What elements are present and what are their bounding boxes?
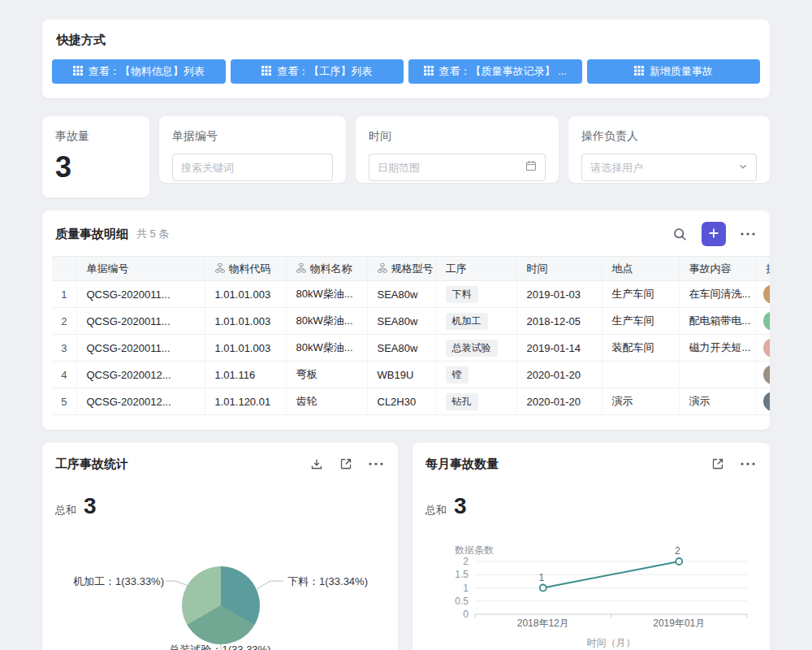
table-row[interactable]: 5QCSG-2020012...1.01.120.01齿轮CL2H30钻孔202… <box>52 388 770 415</box>
user-select[interactable] <box>581 154 757 181</box>
line-card-icons <box>710 456 757 472</box>
pie-label-blanking: 下料：1(33.34%) <box>287 574 368 589</box>
shortcuts-title: 快捷方式 <box>57 32 755 48</box>
process-tag: 下料 <box>446 286 478 303</box>
download-icon[interactable] <box>309 456 325 472</box>
column-header: 时间 <box>516 257 602 281</box>
hierarchy-icon <box>378 263 387 275</box>
operator-label: 操作负责人 <box>581 129 757 144</box>
grid-icon <box>424 66 434 78</box>
shortcut-label: 查看：【物料信息】列表 <box>89 64 205 79</box>
cell-material-name: 弯板 <box>286 362 367 388</box>
incident-table-scroll[interactable]: 单据编号物料代码物料名称规格型号工序时间地点事故内容操作负责人 1QCSG-20… <box>52 256 770 415</box>
svg-text:2: 2 <box>675 545 680 557</box>
more-icon[interactable] <box>367 461 385 467</box>
cell-material-code: 1.01.01.003 <box>205 335 286 362</box>
charts-row: 工序事故统计 总和 3 机加工：1(33.33%) 下料：1(33.34%) 总… <box>42 443 770 650</box>
svg-text:1: 1 <box>538 572 544 583</box>
doc-number-label: 单据编号 <box>172 129 333 144</box>
shortcut-label: 查看：【工序】列表 <box>277 64 372 79</box>
table-row[interactable]: 2QCSG-2020011...1.01.01.00380kW柴油...SEA8… <box>52 308 770 335</box>
row-index: 5 <box>52 388 76 415</box>
cell-owner <box>756 335 770 362</box>
shortcuts-card: 快捷方式 查看：【物料信息】列表 查看：【工序】列表 查看：【质量事故记录】 .… <box>42 20 770 98</box>
table-header-bar: 质量事故明细 共 5 条 <box>42 222 770 256</box>
cell-owner <box>756 281 770 308</box>
shortcut-label: 新增质量事故 <box>650 64 713 79</box>
incident-count-label: 事故量 <box>55 129 136 144</box>
cell-place: 演示 <box>602 388 679 415</box>
time-filter-card: 时间 <box>356 116 559 183</box>
shortcut-view-material-list[interactable]: 查看：【物料信息】列表 <box>52 59 226 84</box>
column-header: 规格型号 <box>367 257 435 281</box>
hierarchy-icon <box>215 263 225 275</box>
doc-number-search-input[interactable] <box>181 162 324 174</box>
cell-process: 机加工 <box>435 308 516 335</box>
cell-material-name: 齿轮 <box>286 388 367 415</box>
cell-material-code: 1.01.120.01 <box>205 388 286 415</box>
external-link-icon[interactable] <box>338 456 354 472</box>
shortcut-view-incident-records[interactable]: 查看：【质量事故记录】 ... <box>408 59 582 84</box>
more-icon[interactable] <box>739 461 757 467</box>
cell-spec: SEA80w <box>367 281 435 308</box>
cell-material-name: 80kW柴油... <box>286 281 367 308</box>
table-row[interactable]: 1QCSG-2020011...1.01.01.00380kW柴油...SEA8… <box>52 281 770 308</box>
pie-card-icons <box>309 456 385 472</box>
pie-total-value: 3 <box>84 493 97 519</box>
shortcut-view-process-list[interactable]: 查看：【工序】列表 <box>231 59 404 84</box>
cell-doc-number: QCSG-2020011... <box>76 335 205 362</box>
search-icon[interactable] <box>672 226 689 243</box>
column-header: 单据编号 <box>76 257 205 281</box>
cell-place: 生产车间 <box>602 281 679 308</box>
cell-doc-number: QCSG-2020011... <box>76 281 205 308</box>
date-range-field[interactable] <box>369 154 546 181</box>
table-row[interactable]: 4QCSG-2020012...1.01.116弯板WB19U镗2020-01-… <box>52 362 770 388</box>
incident-count-value: 3 <box>55 150 136 184</box>
process-tag: 钻孔 <box>446 393 478 410</box>
incident-table-card: 质量事故明细 共 5 条 单据编号物料代码物料名称规格型号工序时间地点事故内容操… <box>42 210 770 430</box>
line-card-title: 每月事故数量 <box>425 457 499 472</box>
svg-text:2: 2 <box>463 556 469 567</box>
row-index: 1 <box>52 281 76 308</box>
svg-text:1.5: 1.5 <box>455 569 469 580</box>
cell-process: 总装试验 <box>435 335 516 362</box>
cell-place: 装配车间 <box>602 335 679 362</box>
doc-number-search-field[interactable] <box>172 154 333 181</box>
pie-total-label: 总和 <box>55 503 76 518</box>
svg-text:1: 1 <box>463 583 469 594</box>
table-row[interactable]: 3QCSG-2020011...1.01.01.00380kW柴油...SEA8… <box>52 335 770 362</box>
grid-icon <box>261 66 271 78</box>
cell-process: 钻孔 <box>435 388 516 415</box>
cell-material-code: 1.01.01.003 <box>205 308 286 335</box>
cell-doc-number: QCSG-2020012... <box>76 388 205 415</box>
cell-date: 2018-12-05 <box>516 308 602 335</box>
shortcut-add-incident[interactable]: 新增质量事故 <box>587 59 761 84</box>
line-total: 总和 3 <box>425 493 757 519</box>
cell-content <box>679 362 756 388</box>
pie-chart[interactable] <box>182 566 260 644</box>
date-range-input[interactable] <box>378 162 520 174</box>
cell-content: 配电箱带电... <box>679 308 756 335</box>
column-header: 操作负责人 <box>756 257 770 281</box>
svg-text:2018年12月: 2018年12月 <box>517 618 569 629</box>
doc-number-filter-card: 单据编号 <box>159 116 346 183</box>
process-stats-card: 工序事故统计 总和 3 机加工：1(33.33%) 下料：1(33.34%) 总… <box>42 443 398 650</box>
process-tag: 总装试验 <box>446 340 498 357</box>
avatar <box>763 338 771 358</box>
more-icon[interactable] <box>739 231 757 237</box>
incident-table: 单据编号物料代码物料名称规格型号工序时间地点事故内容操作负责人 1QCSG-20… <box>52 256 770 415</box>
user-select-input[interactable] <box>590 162 733 174</box>
add-record-button[interactable] <box>702 222 726 246</box>
external-link-icon[interactable] <box>710 456 726 472</box>
cell-owner <box>756 362 770 388</box>
svg-text:时间（月）: 时间（月） <box>587 637 636 648</box>
table-title: 质量事故明细 <box>55 227 128 242</box>
column-header: 物料名称 <box>286 257 367 281</box>
cell-process: 下料 <box>435 281 516 308</box>
plus-icon <box>707 227 720 242</box>
column-header: 工序 <box>435 257 516 281</box>
line-chart[interactable]: 00.511.5212018年12月22019年01月时间（月） <box>412 545 770 650</box>
incident-count-card: 事故量 3 <box>42 116 149 197</box>
pie-card-header: 工序事故统计 <box>55 456 385 472</box>
column-header <box>52 257 76 281</box>
